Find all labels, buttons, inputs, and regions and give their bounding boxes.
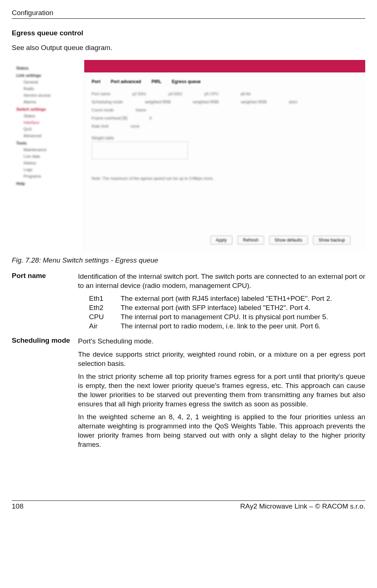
- sidebar-item: Live data: [24, 154, 81, 158]
- scheduling-p2: The device supports strict priority, wei…: [78, 350, 365, 368]
- cell: Rate limit: [92, 124, 109, 128]
- cell: Port name: [92, 92, 110, 96]
- scheduling-p3: In the strict priority scheme all top pr…: [78, 372, 365, 409]
- port-row-air: Air The internal port to radio modem, i.…: [89, 321, 365, 331]
- port-label: CPU: [89, 312, 121, 321]
- sidebar-help: Help: [16, 181, 81, 186]
- sidebar-link-settings: Link settings: [16, 73, 81, 78]
- sidebar-item: QoS: [24, 127, 81, 131]
- port-desc: The external port (with RJ45 interface) …: [121, 294, 365, 303]
- sidebar-item: Interface: [24, 120, 81, 125]
- sidebar-item: Advanced: [24, 133, 81, 138]
- header-left: Configuration: [12, 9, 53, 17]
- tab: Egress queue: [172, 79, 201, 84]
- definition-scheduling: Scheduling mode Port's Scheduling mode. …: [12, 336, 365, 453]
- cell: Frame overhead [B]: [92, 116, 127, 120]
- cell: Count mode: [92, 108, 114, 112]
- cell: p2 Eth1: [132, 92, 146, 96]
- scheduling-p1: Port's Scheduling mode.: [78, 336, 365, 346]
- sidebar: Status Link settings General Radio Servi…: [12, 60, 84, 251]
- cell: p6 Air: [241, 92, 251, 96]
- tab: Port: [92, 79, 100, 84]
- definition-port-name: Port name Identification of the internal…: [12, 272, 365, 335]
- sidebar-switch-settings: Switch settings: [16, 107, 81, 111]
- cell: weighted RRB: [241, 100, 267, 104]
- sidebar-status: Status: [16, 66, 81, 70]
- cell: p4 Eth2: [168, 92, 182, 96]
- cell: p5 CPU: [204, 92, 219, 96]
- sidebar-item: Maintenance: [24, 147, 81, 152]
- sidebar-item: Logs: [24, 167, 81, 172]
- cell: weighted RRB: [193, 100, 218, 104]
- show-backup-button: Show backup: [313, 236, 351, 245]
- weights-label: Weight table: [92, 136, 358, 140]
- section-title: Egress queue control: [12, 29, 365, 37]
- sidebar-item: Status: [24, 114, 81, 118]
- cell: none: [131, 124, 139, 128]
- page-number: 108: [12, 502, 24, 510]
- port-label: Eth1: [89, 294, 121, 303]
- sidebar-item: Programs: [24, 174, 81, 178]
- show-defaults-button: Show defaults: [269, 236, 308, 245]
- sidebar-tools: Tools: [16, 141, 81, 145]
- refresh-button: Refresh: [238, 236, 264, 245]
- term-scheduling: Scheduling mode: [12, 336, 78, 453]
- figure-screenshot: Status Link settings General Radio Servi…: [12, 60, 365, 251]
- banner: [84, 60, 365, 72]
- port-desc: The external port (with SFP interface) l…: [121, 303, 365, 312]
- sidebar-item: Service access: [24, 93, 81, 97]
- cell: Scheduling mode: [92, 100, 123, 104]
- port-row-eth1: Eth1 The external port (with RJ45 interf…: [89, 294, 365, 303]
- port-list: Eth1 The external port (with RJ45 interf…: [89, 294, 365, 331]
- scheduling-p4: In the weighted scheme an 8, 4, 2, 1 wei…: [78, 412, 365, 449]
- sidebar-item: History: [24, 161, 81, 165]
- port-row-cpu: CPU The internal port to management CPU.…: [89, 312, 365, 321]
- port-desc: The internal port to management CPU. It …: [121, 312, 365, 321]
- tab: Port advanced: [111, 79, 141, 84]
- see-also-text: See also Output queue diagram.: [12, 44, 365, 52]
- weights-box: [92, 142, 188, 159]
- figure-caption: Fig. 7.28: Menu Switch settings - Egress…: [12, 256, 365, 264]
- sidebar-item: Alarms: [24, 100, 81, 104]
- apply-button: Apply: [210, 236, 232, 245]
- port-label: Eth2: [89, 303, 121, 312]
- term-port-name: Port name: [12, 272, 78, 335]
- sidebar-item: General: [24, 80, 81, 84]
- cell: frame: [136, 108, 146, 112]
- tab-bar: Port Port advanced PIRL Egress queue: [84, 72, 365, 86]
- page-footer: 108 RAy2 Microwave Link – © RACOM s.r.o.: [12, 500, 365, 510]
- cell: strict: [289, 100, 297, 104]
- port-name-intro: Identification of the internal switch po…: [78, 272, 365, 290]
- cell: 0: [149, 116, 152, 120]
- footer-copyright: RAy2 Microwave Link – © RACOM s.r.o.: [240, 502, 365, 510]
- note-text: Note: The maximum of the egress speed ca…: [92, 176, 358, 181]
- screenshot-body: Port name p2 Eth1 p4 Eth2 p5 CPU p6 Air …: [84, 86, 365, 232]
- sidebar-item: Radio: [24, 86, 81, 91]
- port-row-eth2: Eth2 The external port (with SFP interfa…: [89, 303, 365, 312]
- tab: PIRL: [152, 79, 161, 84]
- cell: weighted RRB: [145, 100, 171, 104]
- port-label: Air: [89, 321, 121, 331]
- page-header: Configuration: [12, 9, 365, 19]
- button-row: Apply Refresh Show defaults Show backup: [84, 232, 365, 251]
- port-desc: The internal port to radio modem, i.e. l…: [121, 321, 365, 331]
